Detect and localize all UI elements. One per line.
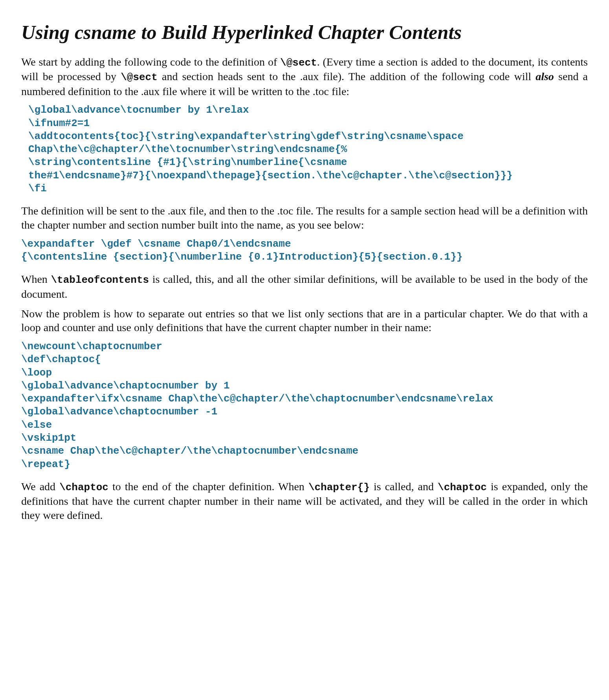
- tableofcontents-paragraph: When \tableofcontents is called, this, a…: [21, 272, 588, 301]
- loop-intro-paragraph: Now the problem is how to separate out e…: [21, 307, 588, 335]
- code-block-gdef: \expandafter \gdef \csname Chap0/1\endcs…: [21, 238, 588, 264]
- text-run: We start by adding the following code to…: [21, 56, 280, 68]
- inline-code: \chapter{}: [308, 482, 370, 493]
- aux-explanation-paragraph: The definition will be sent to the .aux …: [21, 204, 588, 232]
- page-title: Using csname to Build Hyperlinked Chapte…: [21, 20, 588, 45]
- text-run: is called, and: [370, 480, 438, 493]
- emphasis: also: [536, 70, 554, 82]
- text-run: When: [21, 273, 51, 285]
- code-block-sect: \global\advance\tocnumber by 1\relax \if…: [28, 104, 588, 195]
- inline-code: \@sect: [280, 57, 317, 69]
- text-run: We add: [21, 480, 59, 493]
- text-run: to the end of the chapter definition. Wh…: [108, 480, 308, 493]
- inline-code: \@sect: [121, 71, 158, 83]
- inline-code: \chaptoc: [438, 482, 487, 493]
- text-run: and section heads sent to the .aux file)…: [158, 70, 536, 82]
- intro-paragraph: We start by adding the following code to…: [21, 55, 588, 98]
- code-block-chaptoc: \newcount\chaptocnumber \def\chaptoc{ \l…: [21, 340, 588, 471]
- closing-paragraph: We add \chaptoc to the end of the chapte…: [21, 480, 588, 522]
- inline-code: \tableofcontents: [51, 274, 149, 286]
- inline-code: \chaptoc: [59, 482, 108, 493]
